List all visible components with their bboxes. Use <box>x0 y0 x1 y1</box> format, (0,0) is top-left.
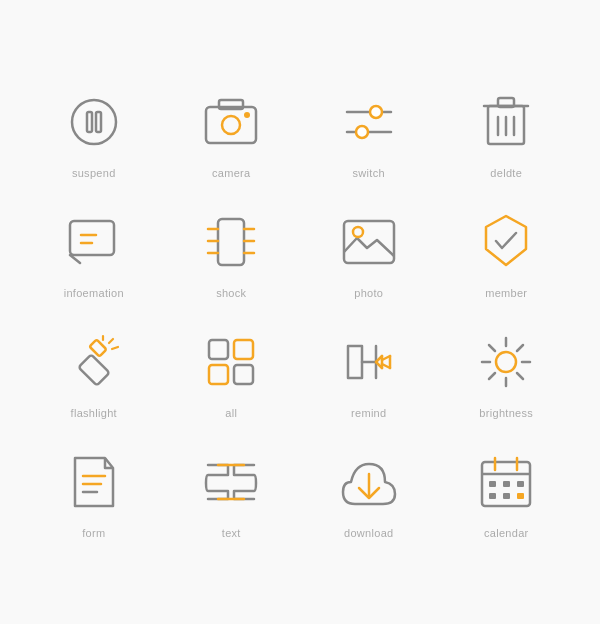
svg-line-55 <box>517 373 523 379</box>
svg-rect-1 <box>87 112 92 132</box>
svg-rect-68 <box>489 481 496 487</box>
svg-point-5 <box>222 116 240 134</box>
svg-rect-37 <box>234 340 253 359</box>
svg-point-6 <box>244 112 250 118</box>
icon-cell-download: download <box>305 437 433 547</box>
member-icon <box>471 207 541 277</box>
svg-line-57 <box>489 373 495 379</box>
information-label: infoemation <box>64 287 124 299</box>
shock-label: shock <box>216 287 246 299</box>
icon-cell-text: text <box>168 437 296 547</box>
svg-line-54 <box>489 345 495 351</box>
icon-cell-suspend: suspend <box>30 77 158 187</box>
icon-grid: suspend camera switch <box>0 47 600 577</box>
svg-rect-73 <box>517 493 524 499</box>
icon-cell-camera: camera <box>168 77 296 187</box>
svg-line-33 <box>109 339 113 343</box>
svg-point-29 <box>353 227 363 237</box>
svg-rect-2 <box>96 112 101 132</box>
icon-cell-calendar: calendar <box>443 437 571 547</box>
icon-cell-all: all <box>168 317 296 427</box>
shock-icon <box>196 207 266 277</box>
svg-rect-28 <box>344 221 394 263</box>
form-icon <box>59 447 129 517</box>
svg-line-56 <box>517 345 523 351</box>
all-label: all <box>225 407 237 419</box>
svg-rect-70 <box>517 481 524 487</box>
flashlight-icon <box>59 327 129 397</box>
download-label: download <box>344 527 394 539</box>
svg-point-49 <box>496 352 516 372</box>
icon-cell-shock: shock <box>168 197 296 307</box>
calendar-icon <box>471 447 541 517</box>
delete-label: deldte <box>490 167 522 179</box>
svg-rect-21 <box>218 219 244 265</box>
svg-rect-31 <box>78 354 109 385</box>
svg-marker-30 <box>486 216 526 265</box>
delete-icon <box>471 87 541 157</box>
icon-cell-form: form <box>30 437 158 547</box>
icon-cell-information: infoemation <box>30 197 158 307</box>
camera-label: camera <box>212 167 250 179</box>
switch-icon <box>334 87 404 157</box>
icon-cell-brightness: brightness <box>443 317 571 427</box>
all-icon <box>196 327 266 397</box>
camera-icon <box>196 87 266 157</box>
form-label: form <box>82 527 105 539</box>
download-icon <box>334 447 404 517</box>
icon-cell-delete: deldte <box>443 77 571 187</box>
text-label: text <box>222 527 241 539</box>
svg-point-9 <box>370 106 382 118</box>
member-label: member <box>485 287 527 299</box>
brightness-icon <box>471 327 541 397</box>
remind-icon <box>334 327 404 397</box>
svg-rect-38 <box>209 365 228 384</box>
photo-icon <box>334 207 404 277</box>
icon-cell-flashlight: flashlight <box>30 317 158 427</box>
svg-marker-40 <box>348 346 362 378</box>
remind-label: remind <box>351 407 386 419</box>
svg-line-34 <box>112 347 118 349</box>
information-icon <box>59 207 129 277</box>
switch-label: switch <box>353 167 385 179</box>
svg-rect-36 <box>209 340 228 359</box>
svg-rect-32 <box>89 340 106 357</box>
icon-cell-switch: switch <box>305 77 433 187</box>
svg-rect-3 <box>206 107 256 143</box>
icon-cell-remind: remind <box>305 317 433 427</box>
calendar-label: calendar <box>484 527 529 539</box>
svg-rect-39 <box>234 365 253 384</box>
svg-rect-72 <box>503 493 510 499</box>
svg-rect-69 <box>503 481 510 487</box>
svg-rect-17 <box>70 221 114 255</box>
svg-point-0 <box>72 100 116 144</box>
flashlight-label: flashlight <box>71 407 117 419</box>
suspend-label: suspend <box>72 167 116 179</box>
icon-cell-photo: photo <box>305 197 433 307</box>
svg-rect-71 <box>489 493 496 499</box>
brightness-label: brightness <box>479 407 533 419</box>
svg-point-10 <box>356 126 368 138</box>
text-icon <box>196 447 266 517</box>
suspend-icon <box>59 87 129 157</box>
photo-label: photo <box>354 287 383 299</box>
icon-cell-member: member <box>443 197 571 307</box>
